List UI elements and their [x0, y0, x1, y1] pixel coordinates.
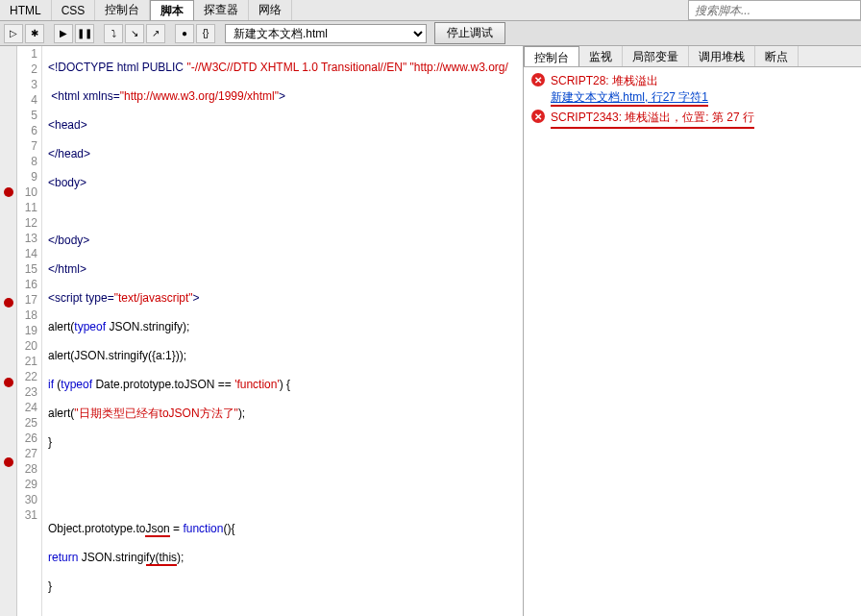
breakpoint-marker[interactable] [4, 187, 13, 197]
error-row-1: ✕ SCRIPT28: 堆栈溢出 新建文本文档.html, 行27 字符1 [531, 73, 853, 106]
pause-icon[interactable]: ❚❚ [75, 24, 94, 43]
sidetab-console[interactable]: 控制台 [524, 46, 579, 66]
breakpoint-marker[interactable] [4, 457, 13, 467]
error-icon: ✕ [531, 73, 545, 86]
file-select[interactable]: 新建文本文档.html [225, 24, 427, 43]
breakpoint-marker[interactable] [4, 298, 13, 308]
format-icon[interactable]: {} [196, 24, 215, 43]
error-source-link[interactable]: 新建文本文档.html, 行27 字符1 [551, 90, 708, 107]
play-icon[interactable]: ▶ [54, 24, 73, 43]
error-message: SCRIPT2343: 堆栈溢出，位置: 第 27 行 [551, 110, 754, 129]
stepout-icon[interactable]: ↗ [146, 24, 165, 43]
tab-network[interactable]: 网络 [249, 0, 292, 20]
search-input[interactable] [688, 0, 861, 20]
error-icon: ✕ [531, 110, 545, 123]
code-content[interactable]: <!DOCTYPE html PUBLIC "-//W3C//DTD XHTML… [42, 46, 523, 616]
select-icon[interactable]: ▷ [4, 24, 23, 43]
breakpoint-icon[interactable]: ● [175, 24, 194, 43]
breakpoint-marker[interactable] [4, 378, 13, 387]
stepin-icon[interactable]: ↘ [125, 24, 144, 43]
tab-css[interactable]: CSS [52, 0, 96, 20]
tab-html[interactable]: HTML [0, 0, 52, 20]
sidetab-watch[interactable]: 监视 [579, 46, 623, 66]
inspect-icon[interactable]: ✱ [25, 24, 44, 43]
main-tabs: HTML CSS 控制台 脚本 探查器 网络 [0, 0, 861, 21]
console-output: ✕ SCRIPT28: 堆栈溢出 新建文本文档.html, 行27 字符1 ✕ … [524, 67, 861, 138]
error-message: SCRIPT28: 堆栈溢出 [551, 73, 708, 89]
breakpoint-gutter[interactable] [0, 46, 17, 616]
sidetab-breakpoints[interactable]: 断点 [755, 46, 799, 66]
code-editor[interactable]: 1234567891011121314151617181920212223242… [0, 46, 524, 616]
tab-profiler[interactable]: 探查器 [194, 0, 249, 20]
line-numbers: 1234567891011121314151617181920212223242… [17, 46, 42, 616]
sidetab-locals[interactable]: 局部变量 [623, 46, 689, 66]
side-panel: 控制台 监视 局部变量 调用堆栈 断点 ✕ SCRIPT28: 堆栈溢出 新建文… [524, 46, 861, 616]
tab-console[interactable]: 控制台 [95, 0, 150, 20]
debug-toolbar: ▷ ✱ ▶ ❚❚ ⤵ ↘ ↗ ● {} 新建文本文档.html 停止调试 [0, 21, 861, 46]
stop-debug-button[interactable]: 停止调试 [434, 22, 505, 44]
tab-script[interactable]: 脚本 [150, 0, 194, 20]
side-tabs: 控制台 监视 局部变量 调用堆栈 断点 [524, 46, 861, 67]
error-row-2: ✕ SCRIPT2343: 堆栈溢出，位置: 第 27 行 [531, 110, 853, 129]
stepover-icon[interactable]: ⤵ [104, 24, 123, 43]
sidetab-callstack[interactable]: 调用堆栈 [689, 46, 755, 66]
